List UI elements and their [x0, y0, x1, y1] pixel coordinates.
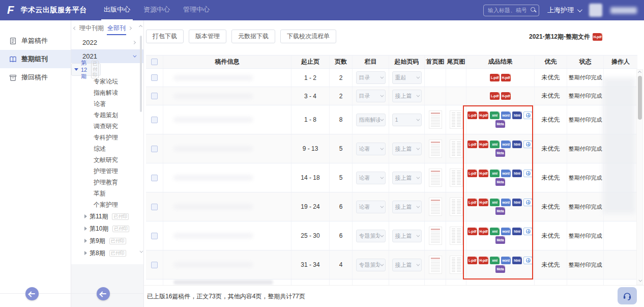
column-select[interactable]: 论著	[356, 143, 386, 155]
first-page-thumbnail[interactable]	[429, 198, 442, 216]
file-h-pdf-icon[interactable]: H-pdf	[593, 33, 602, 41]
row-checkbox[interactable]	[151, 146, 158, 152]
tree-category-2[interactable]: 论著	[71, 98, 143, 109]
row-checkbox[interactable]	[151, 175, 158, 181]
file-h-pdf-icon[interactable]: H-pdf	[479, 141, 488, 148]
file-html-icon[interactable]: html	[512, 199, 522, 206]
first-page-thumbnail[interactable]	[429, 110, 442, 129]
column-select[interactable]: 专题策划	[356, 259, 386, 271]
start-page-select[interactable]: 接上篇	[392, 90, 422, 102]
file-word-icon[interactable]: word	[501, 228, 511, 235]
last-page-thumbnail[interactable]	[450, 139, 463, 158]
file-h-pdf-icon[interactable]: H-pdf	[479, 199, 488, 206]
web-file-icon[interactable]	[523, 141, 533, 148]
row-checkbox[interactable]	[151, 93, 158, 99]
nav-item-2[interactable]: 管理中心	[181, 0, 212, 20]
tab-0[interactable]: 理中刊期	[79, 21, 104, 35]
customer-service-button[interactable]	[618, 287, 637, 304]
file-meta-icon[interactable]: Meta	[495, 149, 505, 157]
issue-file[interactable]: 2021-第12期-整期文件 H-pdf	[529, 33, 602, 41]
file-xml-icon[interactable]: xml	[490, 111, 500, 119]
tree-category-5[interactable]: 专科护理	[71, 132, 143, 143]
file-word-icon[interactable]: word	[501, 199, 511, 206]
file-xml-icon[interactable]: xml	[490, 228, 500, 235]
file-xml-icon[interactable]: xml	[490, 199, 500, 206]
file-html-icon[interactable]: html	[512, 170, 522, 177]
column-select[interactable]: 目录	[356, 71, 386, 84]
web-file-icon[interactable]	[523, 170, 533, 177]
start-page-select[interactable]: 接上篇	[392, 143, 422, 155]
tree-issue-5[interactable]: 第9期已付印	[71, 235, 143, 247]
row-checkbox[interactable]	[151, 262, 158, 268]
toolbar-button-1[interactable]: 版本管理	[189, 30, 226, 43]
tree-collapse-button[interactable]	[97, 287, 110, 300]
search-icon[interactable]	[531, 7, 535, 12]
first-page-thumbnail[interactable]	[429, 227, 442, 245]
first-page-thumbnail[interactable]	[429, 139, 442, 158]
file-h-pdf-icon[interactable]: H-pdf	[479, 170, 488, 177]
file-xml-icon[interactable]: xml	[490, 170, 500, 177]
brand-logo-icon[interactable]: F	[7, 0, 14, 20]
last-page-thumbnail[interactable]	[450, 198, 463, 216]
start-page-select[interactable]: 接上篇	[392, 172, 422, 184]
tabs-next-icon[interactable]	[128, 26, 132, 30]
start-page-select[interactable]: 重起	[392, 71, 422, 84]
file-html-icon[interactable]: html	[512, 228, 522, 235]
file-l-pdf-icon[interactable]: L-pdf	[467, 141, 477, 148]
tree-category-8[interactable]: 护理管理	[71, 165, 143, 177]
tree-category-7[interactable]: 文献研究	[71, 154, 143, 165]
tree-issue-2[interactable]: 第12期已付印	[71, 63, 101, 76]
last-page-thumbnail[interactable]	[450, 169, 463, 187]
file-meta-icon[interactable]: Meta	[495, 265, 505, 273]
main-scrollbar[interactable]	[636, 69, 643, 285]
avatar[interactable]	[589, 4, 602, 17]
column-select[interactable]: 论著	[356, 172, 386, 184]
nav-item-0[interactable]: 出版中心	[101, 0, 133, 20]
file-h-pdf-icon[interactable]: H-pdf	[479, 111, 488, 119]
file-word-icon[interactable]: word	[501, 257, 511, 264]
last-page-thumbnail[interactable]	[450, 110, 463, 129]
toolbar-button-3[interactable]: 下载校次流程单	[280, 30, 336, 43]
sidebar-item-0[interactable]: 单篇稿件	[0, 32, 71, 50]
file-l-pdf-icon[interactable]: L-pdf	[467, 170, 477, 177]
file-word-icon[interactable]: word	[501, 141, 511, 148]
file-l-pdf-icon[interactable]: L-pdf	[490, 74, 500, 81]
web-file-icon[interactable]	[523, 257, 533, 264]
file-html-icon[interactable]: html	[512, 111, 522, 119]
scroll-down-icon[interactable]	[638, 278, 642, 282]
tree-year-0[interactable]: 2022	[71, 36, 143, 49]
web-file-icon[interactable]	[523, 228, 533, 235]
file-h-pdf-icon[interactable]: H-pdf	[479, 228, 488, 235]
start-page-select[interactable]: 1	[392, 114, 422, 126]
file-html-icon[interactable]: html	[512, 141, 522, 148]
tree-issue-3[interactable]: 第11期已付印	[71, 210, 143, 222]
tree-category-1[interactable]: 指南解读	[71, 87, 143, 98]
file-meta-icon[interactable]: Meta	[495, 178, 505, 186]
row-checkbox[interactable]	[151, 233, 158, 239]
last-page-thumbnail[interactable]	[450, 227, 463, 245]
toolbar-button-0[interactable]: 打包下载	[146, 30, 184, 43]
start-page-select[interactable]: 接上篇	[392, 230, 422, 242]
file-xml-icon[interactable]: xml	[490, 257, 500, 264]
column-select[interactable]: 指南解读	[356, 114, 386, 126]
file-l-pdf-icon[interactable]: L-pdf	[467, 199, 477, 206]
file-html-icon[interactable]: html	[512, 257, 522, 264]
row-checkbox[interactable]	[151, 204, 158, 210]
row-checkbox[interactable]	[151, 74, 158, 81]
tree-category-6[interactable]: 综述	[71, 143, 143, 154]
nav-item-1[interactable]: 资源中心	[141, 0, 172, 20]
file-l-pdf-icon[interactable]: L-pdf	[467, 111, 477, 119]
file-h-pdf-icon[interactable]: H-pdf	[479, 257, 488, 264]
file-l-pdf-icon[interactable]: L-pdf	[467, 257, 477, 264]
file-h-pdf-icon[interactable]: H-pdf	[501, 74, 511, 81]
file-l-pdf-icon[interactable]: L-pdf	[490, 92, 500, 100]
web-file-icon[interactable]	[523, 199, 533, 206]
file-word-icon[interactable]: word	[501, 170, 511, 177]
column-select[interactable]: 目录	[356, 90, 386, 102]
file-h-pdf-icon[interactable]: H-pdf	[501, 92, 511, 100]
first-page-thumbnail[interactable]	[429, 256, 442, 274]
sidebar-item-2[interactable]: 撤回稿件	[0, 68, 71, 87]
file-word-icon[interactable]: word	[501, 111, 511, 119]
column-select[interactable]: 专题策划	[356, 230, 386, 242]
file-meta-icon[interactable]: Meta	[495, 207, 505, 215]
